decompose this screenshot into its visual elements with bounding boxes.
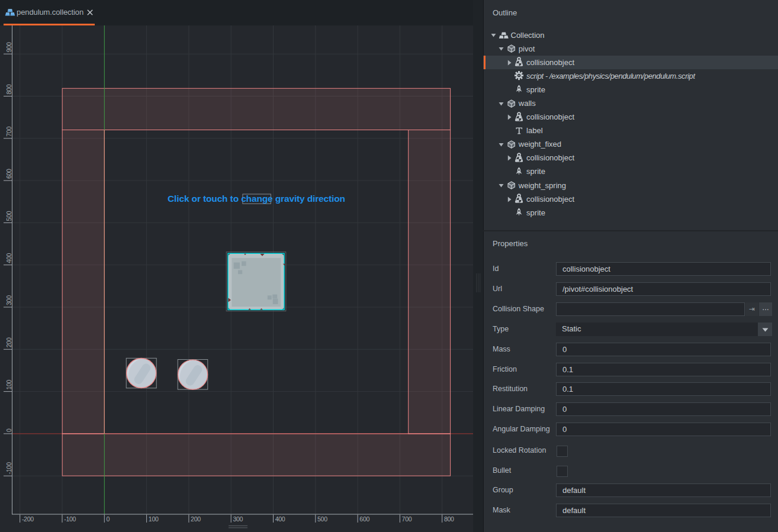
svg-text:200: 200 bbox=[191, 515, 201, 522]
svg-text:100: 100 bbox=[149, 515, 159, 522]
svg-text:500: 500 bbox=[317, 515, 327, 522]
svg-text:800: 800 bbox=[5, 84, 12, 94]
svg-text:700: 700 bbox=[5, 126, 12, 136]
svg-text:400: 400 bbox=[5, 253, 12, 263]
svg-text:-100: -100 bbox=[5, 462, 12, 473]
svg-text:900: 900 bbox=[5, 42, 12, 52]
svg-text:700: 700 bbox=[402, 515, 412, 522]
svg-text:-200: -200 bbox=[22, 515, 34, 522]
svg-text:800: 800 bbox=[444, 515, 454, 522]
svg-text:0: 0 bbox=[107, 515, 110, 522]
svg-text:200: 200 bbox=[5, 337, 12, 347]
svg-text:600: 600 bbox=[5, 168, 12, 178]
svg-text:Click or touch to change gravi: Click or touch to change gravity directi… bbox=[168, 193, 345, 203]
svg-text:300: 300 bbox=[233, 515, 243, 522]
svg-text:500: 500 bbox=[5, 211, 12, 221]
svg-text:100: 100 bbox=[5, 379, 12, 389]
svg-text:600: 600 bbox=[359, 515, 369, 522]
svg-text:300: 300 bbox=[5, 295, 12, 305]
svg-text:400: 400 bbox=[275, 515, 285, 522]
svg-text:-100: -100 bbox=[64, 515, 76, 522]
svg-text:0: 0 bbox=[5, 428, 12, 431]
